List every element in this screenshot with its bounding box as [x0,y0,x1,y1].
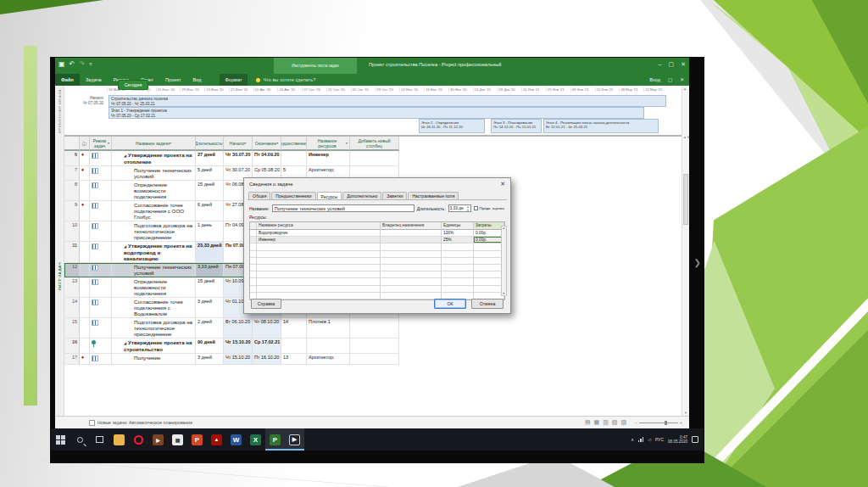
resource-row[interactable]: Водопроводчик 100% 0,00р. [250,230,504,237]
opera-button[interactable] [129,428,148,451]
checkbox-icon[interactable] [474,206,478,210]
ribbon-display-icon[interactable]: ▢ [668,77,672,82]
redo-icon[interactable]: ↷ [79,60,85,68]
network-icon[interactable] [638,437,643,442]
dialog-tab-notes[interactable]: Заметки [382,192,407,199]
clock[interactable]: 0:4708.05.2020 [668,435,687,445]
today-button[interactable]: Сегодня [119,81,147,89]
empty-row[interactable] [250,265,504,271]
task-row[interactable]: 6 Утверждение проекта на отопление 27 дн… [64,151,399,166]
usage-view-icon[interactable]: ▦ [594,419,600,426]
dialog-scrollbar[interactable]: ▲ ▼ [501,226,507,296]
acrobat-button[interactable]: ▲ [207,428,226,451]
action-center-icon[interactable] [692,436,698,443]
dialog-tab-predecessors[interactable]: Предшественники [271,192,315,199]
resource-row-selected[interactable]: Инженер 25% 0,00р. [250,237,504,244]
video-player-button[interactable]: ▶ [285,428,304,451]
tell-me-box[interactable]: Что вы хотите сделать? [256,77,315,82]
start-button[interactable] [51,428,70,451]
timeline-bar-stage1[interactable]: Этап 1 - Утверждение проектовЧт 07.05.20… [108,107,644,119]
report-view-icon[interactable]: ▨ [620,419,626,426]
status-text[interactable]: Новые задачи: Автоматическое планировани… [97,420,192,425]
vertical-scrollbar[interactable]: ▲ ▲▼ ▼ [682,86,689,416]
search-button[interactable] [70,428,90,451]
sign-in-link[interactable]: Вход [649,77,660,82]
empty-row[interactable] [250,244,504,250]
col-resources[interactable]: Название ресурсов [307,137,350,151]
grid-col-owner[interactable]: Владелец назначения [381,222,442,230]
spinner-arrows-icon[interactable]: ▲▼ [466,205,470,212]
ribbon-close-icon[interactable]: ✕ [680,77,684,82]
qat-customize-icon[interactable]: ▾ [89,60,92,68]
scrollbar-thumb[interactable] [683,174,688,225]
select-all-corner[interactable] [64,137,80,151]
powerpoint-button[interactable]: P [187,428,207,451]
task-name-input[interactable]: Получение технических условий [272,204,415,212]
team-view-icon[interactable]: ▥ [603,419,609,426]
zoom-out-icon[interactable]: – [635,420,637,425]
minimize-button[interactable]: – [659,61,662,68]
col-finish[interactable]: Окончание [253,137,281,151]
undo-icon[interactable]: ↶ [70,60,75,68]
media-app-button[interactable]: ▶ [148,428,168,451]
excel-button[interactable]: X [246,428,265,451]
help-button[interactable]: Справка [251,299,281,309]
ribbon-tab[interactable]: Вид [186,74,207,86]
timeline-bar-project[interactable]: Строительство дачного поселкаЧт 07.05.20… [108,95,666,107]
scroll-down-icon[interactable]: ▼ [684,411,687,415]
dialog-close-icon[interactable]: ✕ [500,181,505,188]
restore-button[interactable]: ▢ [669,61,675,68]
scroll-up-icon[interactable]: ▲ [503,227,506,230]
ribbon-tab[interactable]: Задача [80,74,108,86]
dialog-tab-custom-fields[interactable]: Настраиваемые поля [408,192,459,199]
timeline-bar-stage4[interactable]: Этап 4 - Реализация плана начала деятель… [543,119,659,133]
col-info[interactable]: ⓘ [80,137,90,151]
zoom-in-icon[interactable]: + [680,420,682,425]
grid-col-cost[interactable]: Затраты [474,222,504,230]
volume-icon[interactable]: ◁ [648,437,651,442]
tab-format-active[interactable]: Формат [220,74,248,86]
timeline-bar-stage3[interactable]: Этап 3 - ПланированиеПн 14.12.20 - Пн 11… [491,119,542,133]
zoom-handle[interactable] [665,421,667,425]
col-predecessors[interactable]: Предшественники [281,137,307,151]
col-name[interactable]: Название задачи [112,137,196,151]
tasksheet-pane-label[interactable]: ЛИСТ ЗАДАЧ [55,137,64,416]
ok-button[interactable]: ОК [434,299,466,309]
col-duration[interactable]: Длительность [196,137,224,151]
col-start[interactable]: Начало [224,137,253,151]
tray-expand-icon[interactable]: ∧ [631,437,634,442]
task-view-button[interactable] [90,428,109,451]
scroll-down-icon[interactable]: ▼ [503,292,506,295]
tab-file[interactable]: Файл [55,74,80,86]
scroll-split-icon[interactable]: ▲▼ [683,135,690,139]
empty-row[interactable] [250,258,504,265]
gantt-view-icon[interactable]: ▤ [585,419,591,426]
word-button[interactable]: W [226,428,246,451]
file-explorer-button[interactable] [109,428,129,451]
cancel-button[interactable]: Отмена [471,299,504,309]
task-row[interactable]: 16 Утверждение проекта на строительство … [64,339,399,354]
ribbon-tab[interactable]: Проект [159,74,186,86]
empty-row[interactable] [250,251,504,258]
sheet-view-icon[interactable]: ▧ [612,419,618,426]
estimated-checkbox[interactable]: Предв. оценка [474,206,505,210]
empty-row[interactable] [250,286,504,293]
timeline-pane[interactable]: 18 Май '2001 Июн '2015 Июн '2029 Июн '20… [64,86,682,137]
scroll-up-icon[interactable]: ▲ [683,87,687,91]
save-icon[interactable]: ▣ [58,60,65,68]
task-row[interactable]: 15 Подготовка договора на технологическо… [64,318,399,339]
dialog-tab-advanced[interactable]: Дополнительно [342,192,381,199]
task-row[interactable]: 17 Получение 3 дней Чт 15.10.20 Пт 16.10… [64,354,399,365]
empty-row[interactable] [250,278,504,285]
timeline-bar-stage2[interactable]: Этап 2 - ОпределениеЧт 26.11.20 - Пт 11.… [419,119,485,133]
project-button[interactable]: P [265,428,285,451]
close-button[interactable]: ✕ [681,61,686,68]
calculator-button[interactable]: ▦ [168,428,187,451]
grid-col-resource[interactable]: Название ресурса [257,222,381,230]
dialog-tab-general[interactable]: Общая [248,192,270,199]
col-mode[interactable]: Режим задач [90,137,112,151]
col-add-new[interactable]: Добавить новый столбец [350,137,399,151]
zoom-slider[interactable]: – + [635,420,682,425]
language-indicator[interactable]: РУС [655,437,664,442]
empty-row[interactable] [250,271,504,278]
